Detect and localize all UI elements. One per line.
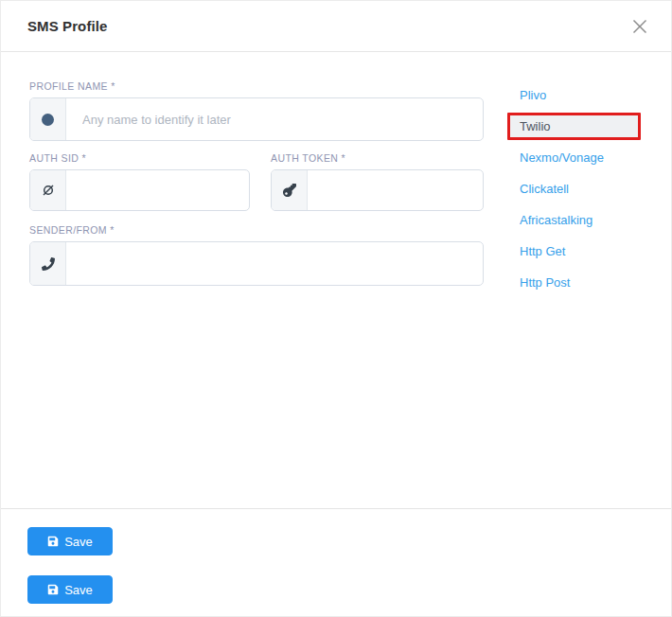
- field-sender-from: SENDER/FROM *: [29, 224, 484, 286]
- auth-sid-input[interactable]: [66, 170, 249, 210]
- auth-token-input[interactable]: [308, 170, 483, 210]
- save-button-secondary[interactable]: Save: [27, 575, 113, 604]
- provider-link-africastalking[interactable]: Africastalking: [507, 213, 592, 227]
- filled-circle-icon: [30, 98, 66, 140]
- save-button[interactable]: Save: [27, 527, 113, 555]
- provider-item-http-get: Http Get: [507, 236, 659, 267]
- auth-token-label: AUTH TOKEN *: [271, 152, 484, 164]
- provider-list: Plivo Twilio Nexmo/Vonage Clickatell Afr…: [507, 79, 659, 298]
- footer-divider: [1, 508, 671, 509]
- provider-link-nexmo-vonage[interactable]: Nexmo/Vonage: [507, 150, 604, 165]
- modal-title: SMS Profile: [27, 18, 107, 34]
- close-icon: [631, 24, 648, 38]
- provider-item-http-post: Http Post: [507, 267, 659, 298]
- provider-link-plivo[interactable]: Plivo: [507, 88, 546, 102]
- phone-icon: [30, 242, 66, 285]
- floppy-disk-icon: [47, 536, 59, 547]
- auth-sid-label: AUTH SID *: [29, 152, 250, 164]
- profile-name-input[interactable]: [66, 98, 483, 140]
- provider-link-http-post[interactable]: Http Post: [507, 275, 570, 290]
- sms-profile-modal: SMS Profile PROFILE NAME * AUTH SID *: [0, 0, 672, 617]
- provider-selected-twilio[interactable]: Twilio: [507, 113, 641, 140]
- sender-from-label: SENDER/FROM *: [29, 224, 484, 236]
- field-profile-name: PROFILE NAME *: [29, 80, 484, 141]
- provider-item-plivo: Plivo: [507, 79, 659, 111]
- save-button-label: Save: [64, 535, 93, 549]
- provider-link-clickatell[interactable]: Clickatell: [507, 182, 569, 196]
- provider-item-twilio: Twilio: [507, 111, 659, 142]
- provider-item-africastalking: Africastalking: [507, 204, 659, 236]
- slashed-circle-icon: [30, 170, 66, 210]
- field-auth-token: AUTH TOKEN *: [271, 152, 484, 211]
- provider-item-nexmo-vonage: Nexmo/Vonage: [507, 142, 659, 173]
- profile-name-input-group: [29, 97, 484, 141]
- provider-link-http-get[interactable]: Http Get: [507, 244, 565, 258]
- key-icon: [272, 170, 308, 210]
- close-button[interactable]: [629, 16, 650, 37]
- sender-from-input-group: [29, 241, 484, 286]
- auth-token-input-group: [271, 169, 484, 211]
- sender-from-input[interactable]: [66, 242, 483, 285]
- save-button-label: Save: [64, 583, 93, 597]
- floppy-disk-icon: [47, 584, 59, 595]
- auth-sid-input-group: [29, 169, 250, 211]
- provider-item-clickatell: Clickatell: [507, 173, 659, 204]
- profile-name-label: PROFILE NAME *: [29, 80, 484, 92]
- modal-header: SMS Profile: [1, 1, 671, 52]
- field-auth-sid: AUTH SID *: [29, 152, 250, 211]
